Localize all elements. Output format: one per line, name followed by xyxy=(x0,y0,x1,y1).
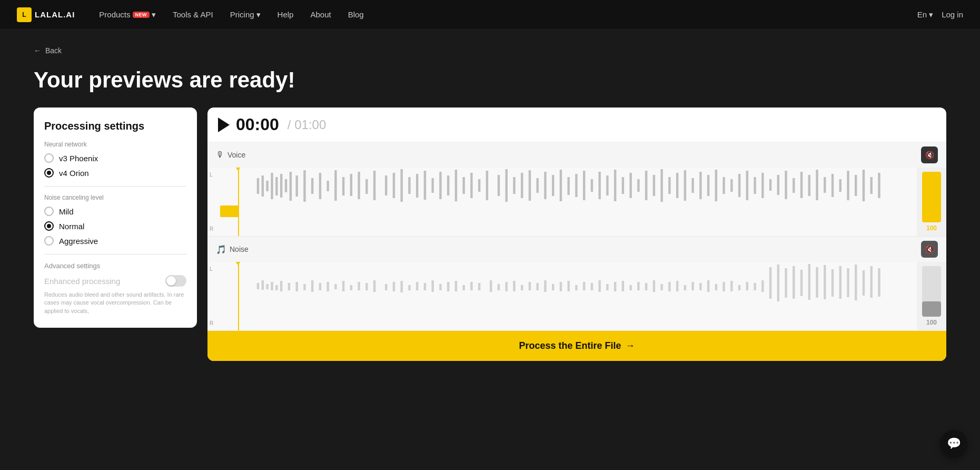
svg-rect-108 xyxy=(439,284,441,290)
svg-rect-135 xyxy=(653,280,655,292)
svg-rect-116 xyxy=(506,282,508,291)
svg-rect-148 xyxy=(754,283,756,290)
track-voice-name: 🎙 Voice xyxy=(216,150,245,160)
noise-channel-r: R xyxy=(210,320,216,326)
noise-volume-control[interactable]: 100 xyxy=(917,262,946,330)
svg-rect-131 xyxy=(622,281,624,291)
svg-rect-76 xyxy=(831,174,834,197)
svg-rect-157 xyxy=(824,265,826,299)
track-noise-header: 🎵 Noise 🔇 xyxy=(207,237,946,262)
radio-v4-orion[interactable]: v4 Orion xyxy=(44,168,186,178)
svg-rect-95 xyxy=(334,284,336,289)
svg-rect-45 xyxy=(591,179,593,192)
voice-mute-button[interactable]: 🔇 xyxy=(921,146,938,163)
process-button-label: Process the Entire File xyxy=(519,340,621,351)
nav-label-help: Help xyxy=(278,10,294,19)
back-link[interactable]: ← Back xyxy=(34,46,946,55)
svg-rect-11 xyxy=(319,173,321,199)
svg-rect-40 xyxy=(552,175,554,196)
process-arrow-icon: → xyxy=(626,340,635,351)
nav-item-pricing[interactable]: Pricing ▾ xyxy=(223,6,268,24)
svg-rect-19 xyxy=(385,175,387,195)
noise-playhead xyxy=(238,262,239,330)
svg-rect-70 xyxy=(785,171,787,199)
svg-rect-118 xyxy=(521,285,523,290)
total-time: / 01:00 xyxy=(288,117,326,132)
page-title: Your previews are ready! xyxy=(34,67,946,93)
svg-rect-41 xyxy=(560,170,562,201)
svg-rect-89 xyxy=(288,283,290,290)
svg-rect-64 xyxy=(738,174,740,197)
enhanced-helper-text: Reduces audio bleed and other sound arti… xyxy=(44,291,186,315)
enhanced-processing-toggle[interactable] xyxy=(165,275,186,287)
nav-badge-new: NEW xyxy=(133,12,150,18)
svg-rect-113 xyxy=(478,283,480,290)
svg-rect-37 xyxy=(529,170,531,201)
radio-label-v3: v3 Phoenix xyxy=(59,154,98,163)
enhanced-processing-row: Enhanced processing xyxy=(44,275,186,287)
process-button[interactable]: Process the Entire File → xyxy=(207,331,946,361)
nav-item-about[interactable]: About xyxy=(303,6,338,23)
svg-rect-101 xyxy=(385,284,387,290)
svg-rect-106 xyxy=(424,283,426,290)
back-label: Back xyxy=(45,46,62,55)
svg-rect-26 xyxy=(439,172,441,199)
svg-rect-48 xyxy=(614,170,616,201)
chat-widget[interactable]: 💬 xyxy=(940,430,967,457)
svg-rect-104 xyxy=(408,285,410,290)
nav-items: Products NEW ▾ Tools & API Pricing ▾ Hel… xyxy=(92,6,917,24)
svg-rect-156 xyxy=(816,267,818,298)
svg-rect-44 xyxy=(583,171,585,200)
nav-item-help[interactable]: Help xyxy=(270,6,301,23)
svg-rect-99 xyxy=(365,283,368,290)
svg-rect-117 xyxy=(513,281,515,291)
radio-aggressive[interactable]: Aggressive xyxy=(44,236,186,246)
language-selector[interactable]: En ▾ xyxy=(917,10,933,19)
voice-waveform-area: L R xyxy=(207,168,946,236)
login-button[interactable]: Log in xyxy=(942,10,963,19)
logo[interactable]: L LALAL.AI xyxy=(17,7,75,22)
track-noise-label: Noise xyxy=(230,245,249,253)
neural-network-label: Neural network xyxy=(44,141,186,148)
svg-rect-139 xyxy=(684,285,686,290)
svg-rect-80 xyxy=(863,170,865,201)
neural-network-group: v3 Phoenix v4 Orion xyxy=(44,153,186,178)
svg-rect-158 xyxy=(831,269,834,297)
logo-icon: L xyxy=(17,7,32,22)
playhead-marker-voice xyxy=(235,168,241,171)
nav-label-tools: Tools & API xyxy=(173,10,213,19)
noise-channel-labels: L R xyxy=(207,262,218,330)
radio-circle-v3 xyxy=(44,153,54,163)
radio-v3-phoenix[interactable]: v3 Phoenix xyxy=(44,153,186,163)
svg-rect-47 xyxy=(606,175,608,195)
svg-rect-63 xyxy=(730,179,732,192)
svg-rect-65 xyxy=(746,171,748,200)
svg-rect-31 xyxy=(478,179,480,192)
radio-label-mild: Mild xyxy=(59,207,74,216)
svg-rect-162 xyxy=(863,270,865,296)
logo-text: LALAL.AI xyxy=(35,10,75,19)
nav-item-tools[interactable]: Tools & API xyxy=(165,6,221,23)
svg-rect-121 xyxy=(544,280,546,292)
nav-item-products[interactable]: Products NEW ▾ xyxy=(92,6,163,24)
content-row: Processing settings Neural network v3 Ph… xyxy=(34,107,946,361)
noise-mute-button[interactable]: 🔇 xyxy=(921,241,938,258)
svg-rect-1 xyxy=(262,175,264,197)
play-button[interactable] xyxy=(218,117,230,132)
svg-rect-155 xyxy=(808,264,810,300)
svg-rect-10 xyxy=(311,178,313,194)
nav-item-blog[interactable]: Blog xyxy=(341,6,371,23)
radio-mild[interactable]: Mild xyxy=(44,207,186,216)
voice-playhead xyxy=(238,168,239,236)
radio-normal[interactable]: Normal xyxy=(44,221,186,231)
svg-rect-30 xyxy=(470,173,472,198)
svg-rect-143 xyxy=(715,284,717,290)
svg-rect-96 xyxy=(342,281,344,291)
voice-volume-control[interactable]: 100 xyxy=(917,168,946,236)
svg-rect-87 xyxy=(275,285,278,290)
svg-rect-21 xyxy=(400,169,402,202)
voice-channel-labels: L R xyxy=(207,168,218,236)
svg-rect-137 xyxy=(668,282,670,291)
settings-title: Processing settings xyxy=(44,120,186,132)
svg-rect-3 xyxy=(271,173,273,199)
